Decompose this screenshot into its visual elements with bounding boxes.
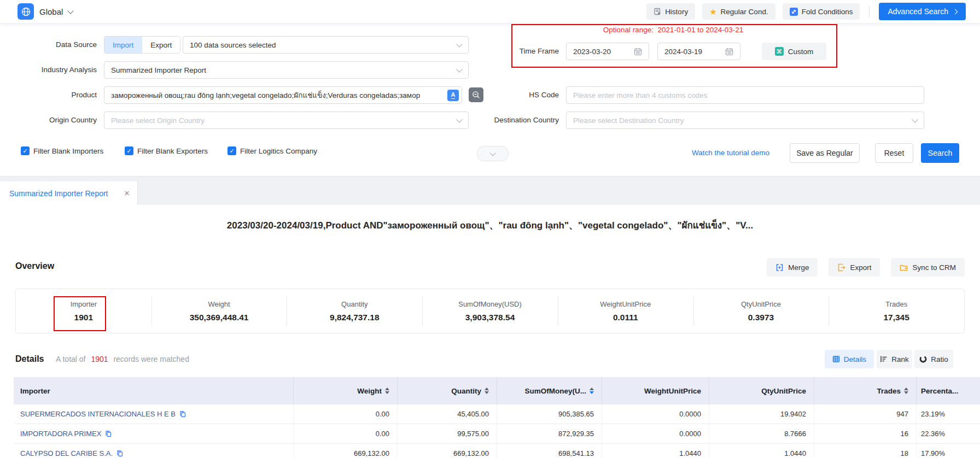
region-selector[interactable]: Global xyxy=(39,0,73,23)
copy-icon[interactable] xyxy=(179,410,186,418)
merge-button[interactable]: Merge xyxy=(767,258,818,277)
merge-icon xyxy=(775,263,784,272)
calendar-icon xyxy=(634,48,642,56)
importer-name-link[interactable]: IMPORTADORA PRIMEX xyxy=(20,430,101,438)
filter-logitics-company-label: Filter Logitics Company xyxy=(240,147,317,155)
column-label: Trades xyxy=(877,387,901,395)
stat-value: 1901 xyxy=(74,313,93,322)
sort-icon[interactable] xyxy=(385,387,389,394)
export-button[interactable]: Export xyxy=(829,258,880,277)
industry-analysis-select[interactable]: Summarized Importer Report xyxy=(104,61,469,79)
stat-label: WeightUnitPrice xyxy=(600,300,651,308)
destination-country-placeholder: Please select Destination Country xyxy=(573,116,917,125)
importer-name-link[interactable]: SUPERMERCADOS INTERNACIONALES H E B xyxy=(20,410,176,418)
sort-icon[interactable] xyxy=(904,387,908,394)
tutorial-demo-link[interactable]: Watch the tutorial demo xyxy=(692,143,769,163)
view-ratio-button[interactable]: Ratio xyxy=(914,350,953,368)
search-button[interactable]: Search xyxy=(921,143,959,163)
overview-heading: Overview xyxy=(15,261,54,271)
destination-country-select[interactable]: Please select Destination Country xyxy=(566,111,924,129)
origin-country-placeholder: Please select Origin Country xyxy=(111,116,462,125)
product-input[interactable]: замороженный овощ;rau đông lạnh;vegetal … xyxy=(104,86,462,104)
weight-cell: 0.00 xyxy=(294,424,398,443)
stat-label: QtyUnitPrice xyxy=(741,300,781,308)
region-label: Global xyxy=(39,7,63,16)
trades-cell: 18 xyxy=(814,444,917,458)
column-header-sum-of-money[interactable]: SumOfMoney(U... xyxy=(497,377,602,404)
translate-icon[interactable]: A xyxy=(447,90,459,101)
import-option[interactable]: Import xyxy=(104,37,142,53)
data-sources-value: 100 data sources selected xyxy=(190,41,462,49)
history-icon xyxy=(654,8,661,15)
column-header-quantity[interactable]: Quantity xyxy=(398,377,497,404)
regular-cond-button[interactable]: ★ Regular Cond. xyxy=(702,3,775,20)
product-label: Product xyxy=(15,86,97,104)
advanced-search-button[interactable]: Advanced Search xyxy=(879,3,966,20)
table-row[interactable]: CALYPSO DEL CARIBE S.A. 669,132.00 669,1… xyxy=(14,444,980,458)
column-header-trades[interactable]: Trades xyxy=(814,377,917,404)
importer-cell: CALYPSO DEL CARIBE S.A. xyxy=(14,444,294,458)
data-sources-select[interactable]: 100 data sources selected xyxy=(183,36,469,54)
importer-name-link[interactable]: CALYPSO DEL CARIBE S.A. xyxy=(20,449,113,457)
app-window: Global History ★ Regular Cond. xyxy=(0,0,980,458)
tab-summarized-importer-report[interactable]: Summarized Importer Report × xyxy=(0,181,138,205)
sort-icon-active-desc[interactable] xyxy=(590,387,594,394)
chevron-down-icon xyxy=(68,8,74,14)
column-header-qty-unit-price: QtyUnitPrice xyxy=(709,377,814,404)
end-date-value: 2024-03-19 xyxy=(664,48,702,56)
stat-weight-unit-price: WeightUnitPrice 0.0111 xyxy=(558,289,693,333)
copy-icon[interactable] xyxy=(116,450,123,457)
table-grid-icon xyxy=(832,355,840,363)
save-as-regular-button[interactable]: Save as Regular xyxy=(790,143,860,163)
weight-cell: 0.00 xyxy=(294,404,398,424)
stat-label: Importer xyxy=(71,300,97,308)
column-header-percentage: Percenta... xyxy=(917,377,980,404)
column-header-weight[interactable]: Weight xyxy=(294,377,398,404)
export-option[interactable]: Export xyxy=(142,37,180,53)
ratio-donut-icon xyxy=(919,355,927,363)
table-row[interactable]: IMPORTADORA PRIMEX 0.00 99,575.00 872,92… xyxy=(14,424,980,444)
sync-to-crm-button[interactable]: Sync to CRM xyxy=(891,258,965,277)
app-logo[interactable] xyxy=(18,3,34,20)
stat-value: 0.0111 xyxy=(613,313,638,322)
overview-actions: Merge Export Sync to CRM xyxy=(767,258,965,277)
sync-to-crm-label: Sync to CRM xyxy=(912,263,956,272)
filter-logitics-company-checkbox[interactable]: ✓ Filter Logitics Company xyxy=(228,146,317,155)
optional-range-text: Optional range: 2021-01-01 to 2024-03-21 xyxy=(511,26,835,34)
origin-country-select[interactable]: Please select Origin Country xyxy=(104,111,469,129)
tab-strip: Summarized Importer Report × xyxy=(0,176,980,205)
checkbox-checked-icon: ✓ xyxy=(125,146,133,155)
custom-icon: ⌘ xyxy=(775,47,784,56)
toolbar-divider xyxy=(869,6,870,17)
fold-conditions-button[interactable]: Fold Conditions xyxy=(783,3,860,20)
total-prefix: A total of xyxy=(56,355,85,363)
fold-conditions-label: Fold Conditions xyxy=(802,8,853,16)
collapse-conditions-button[interactable] xyxy=(477,146,509,161)
filter-blank-exporters-checkbox[interactable]: ✓ Filter Blank Exporters xyxy=(125,146,208,155)
advanced-search-label: Advanced Search xyxy=(888,7,948,16)
view-details-button[interactable]: Details xyxy=(825,350,874,368)
filter-blank-importers-checkbox[interactable]: ✓ Filter Blank Importers xyxy=(21,146,103,155)
sort-icon[interactable] xyxy=(485,387,489,394)
stat-label: Trades xyxy=(885,300,907,308)
view-details-label: Details xyxy=(844,355,866,363)
history-button[interactable]: History xyxy=(646,3,695,20)
end-date-input[interactable]: 2024-03-19 xyxy=(657,43,740,60)
reset-button[interactable]: Reset xyxy=(875,143,913,163)
close-icon[interactable]: × xyxy=(124,189,130,198)
start-date-input[interactable]: 2023-03-20 xyxy=(566,43,649,60)
checkbox-checked-icon: ✓ xyxy=(228,146,236,155)
industry-analysis-value: Summarized Importer Report xyxy=(111,66,462,74)
copy-icon[interactable] xyxy=(105,430,112,437)
custom-timeframe-button[interactable]: ⌘ Custom xyxy=(762,43,826,60)
chevron-right-icon xyxy=(953,9,958,14)
weight-unit-price-cell: 0.0000 xyxy=(602,424,709,443)
time-frame-label: Time Frame xyxy=(477,43,559,60)
globe-icon xyxy=(21,7,31,17)
hs-code-placeholder: Please enter more than 4 customs codes xyxy=(573,91,917,99)
column-header-importer: Importer xyxy=(14,377,294,404)
view-rank-button[interactable]: Rank xyxy=(877,350,912,368)
stat-weight: Weight 350,369,448.41 xyxy=(151,289,287,333)
hs-code-input[interactable]: Please enter more than 4 customs codes xyxy=(566,86,924,104)
table-row[interactable]: SUPERMERCADOS INTERNACIONALES H E B 0.00… xyxy=(14,404,980,424)
